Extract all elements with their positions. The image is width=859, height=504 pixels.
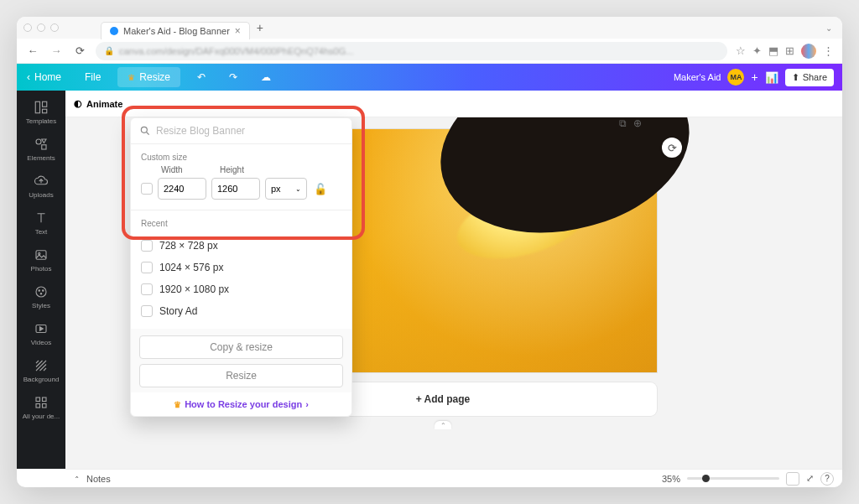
lock-icon: 🔒 [104, 46, 114, 55]
sidebar-item-templates[interactable]: Templates [17, 94, 65, 131]
chevron-down-icon: ⌄ [295, 185, 301, 193]
duplicate-page-icon[interactable]: ⧉ [619, 117, 627, 129]
copy-and-resize-button[interactable]: Copy & resize [139, 335, 343, 359]
cloud-icon: ☁ [261, 71, 271, 83]
fullscreen-icon[interactable]: ⤢ [806, 473, 814, 484]
sidebar-item-styles[interactable]: Styles [17, 278, 65, 315]
resize-action-button[interactable]: Resize [139, 364, 343, 387]
recent-size-item[interactable]: 1920 × 1080 px [131, 278, 351, 300]
zoom-knob[interactable] [702, 475, 710, 482]
tab-close-icon[interactable]: × [235, 25, 241, 37]
width-input[interactable]: 2240 [158, 178, 206, 200]
cloud-sync-button[interactable]: ☁ [251, 64, 281, 91]
toolbar-actions: ☆ ✦ ⬒ ⊞ ⋮ [736, 44, 834, 59]
expand-pages-icon[interactable]: ⌃ [435, 421, 451, 429]
svg-point-7 [36, 287, 46, 297]
sidebar-item-all-designs[interactable]: All your de... [17, 389, 65, 426]
url-text: canva.com/design/DAFxq000VM4/000PhEQnQ74… [119, 46, 353, 56]
reload-icon[interactable]: ⟳ [72, 44, 87, 57]
notes-button[interactable]: Notes [86, 474, 111, 484]
svg-point-9 [43, 290, 44, 292]
share-button[interactable]: ⬆ Share [785, 69, 834, 86]
help-icon[interactable]: ? [820, 472, 834, 486]
window-close[interactable] [23, 23, 32, 32]
canva-topbar: ‹ Home File ♛ Resize ↶ ↷ ☁ Maker's Aid M… [17, 64, 842, 91]
custom-size-label: Custom size [131, 144, 351, 165]
add-page-icon[interactable]: ⊕ [633, 117, 642, 129]
unit-select[interactable]: px ⌄ [265, 178, 307, 200]
redo-button[interactable]: ↷ [219, 64, 247, 91]
sidebar-item-videos[interactable]: Videos [17, 315, 65, 352]
file-label: File [85, 71, 101, 83]
sidebar-item-elements[interactable]: Elements [17, 131, 65, 168]
window-controls [23, 23, 59, 32]
file-button[interactable]: File [75, 64, 111, 91]
sidebar-item-background[interactable]: Background [17, 352, 65, 389]
new-tab-button[interactable]: + [257, 21, 263, 34]
analytics-icon[interactable]: 📊 [765, 71, 778, 84]
zoom-slider[interactable] [687, 477, 779, 480]
sidebar-item-text[interactable]: Text [17, 205, 65, 242]
recent-size-item[interactable]: 728 × 728 px [131, 235, 351, 257]
svg-rect-0 [35, 101, 39, 113]
aspect-lock-icon[interactable]: 🔓 [312, 183, 329, 195]
svg-point-8 [39, 290, 40, 292]
grid-view-icon[interactable] [786, 472, 799, 486]
chevron-up-icon[interactable]: ⌄ [74, 475, 80, 482]
forward-icon[interactable]: → [49, 44, 64, 57]
recent-size-item[interactable]: 1024 × 576 px [131, 257, 351, 278]
width-label: Width [161, 165, 211, 174]
svg-rect-5 [36, 251, 46, 260]
elements-icon [34, 137, 49, 152]
window-zoom[interactable] [50, 23, 59, 32]
resize-button[interactable]: ♛ Resize [117, 67, 180, 87]
extensions-icon[interactable]: ✦ [752, 44, 762, 57]
animate-button[interactable]: ◐ Animate [74, 98, 122, 109]
canva-sidebar: Templates Elements Uploads Text Photos S… [17, 91, 65, 469]
checkbox[interactable] [141, 240, 153, 252]
account-badge[interactable]: MA [727, 69, 744, 86]
home-label: Home [34, 71, 61, 83]
zoom-level[interactable]: 35% [662, 474, 680, 484]
redo-icon: ↷ [229, 71, 237, 83]
resize-help-link[interactable]: ♛ How to Resize your design › [131, 392, 351, 416]
add-member-icon[interactable]: + [751, 70, 757, 84]
apps-icon [34, 395, 49, 410]
upload-icon: ⬆ [792, 72, 799, 83]
star-icon[interactable]: ☆ [736, 44, 746, 57]
kebab-menu-icon[interactable]: ⋮ [823, 44, 834, 57]
chevron-right-icon: › [305, 399, 309, 409]
svg-point-10 [40, 294, 42, 295]
back-icon[interactable]: ← [25, 44, 40, 57]
resize-search[interactable]: Resize Blog Banner [131, 118, 351, 144]
background-icon [34, 358, 49, 373]
extension-icon[interactable]: ⬒ [768, 44, 778, 57]
recent-label: Recent [131, 210, 351, 231]
home-button[interactable]: ‹ Home [17, 64, 71, 91]
checkbox[interactable] [141, 305, 153, 317]
undo-button[interactable]: ↶ [187, 64, 216, 91]
videos-icon [34, 321, 49, 336]
window-minimize[interactable] [37, 23, 45, 32]
profile-avatar[interactable] [801, 44, 816, 59]
browser-tab[interactable]: Maker's Aid - Blog Banner × [101, 22, 250, 39]
extension-icon[interactable]: ⊞ [785, 44, 794, 57]
tabstrip-overflow-icon[interactable]: ⌄ [825, 23, 832, 33]
address-bar[interactable]: 🔒 canva.com/design/DAFxq000VM4/000PhEQnQ… [96, 42, 727, 60]
resize-search-placeholder: Resize Blog Banner [156, 125, 245, 137]
refresh-button[interactable]: ⟳ [662, 138, 682, 158]
uploads-icon [34, 174, 49, 189]
recent-size-item[interactable]: Story Ad [131, 300, 351, 322]
tab-title: Maker's Aid - Blog Banner [123, 26, 230, 36]
height-input[interactable]: 1260 [211, 178, 260, 200]
animate-icon: ◐ [74, 98, 82, 109]
custom-size-checkbox[interactable] [141, 183, 153, 195]
text-icon [34, 210, 49, 226]
svg-point-3 [36, 139, 41, 144]
checkbox[interactable] [141, 262, 153, 273]
sidebar-item-photos[interactable]: Photos [17, 242, 65, 278]
svg-rect-1 [43, 101, 47, 107]
sidebar-item-uploads[interactable]: Uploads [17, 168, 65, 205]
brand-label: Maker's Aid [674, 72, 721, 82]
checkbox[interactable] [141, 283, 153, 295]
